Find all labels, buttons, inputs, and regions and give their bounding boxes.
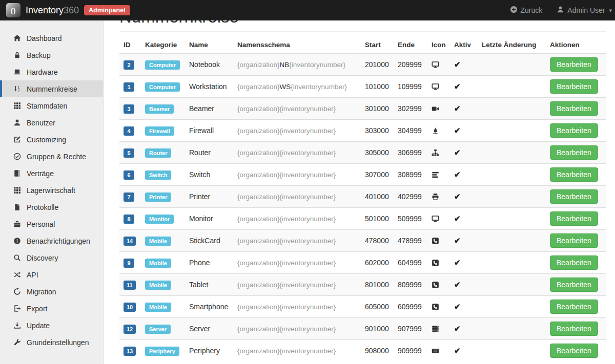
topbar: () Inventory360 Adminpanel Zurück Admin …: [0, 0, 615, 20]
row-schema: {organization}{inventorynumber}: [233, 230, 361, 252]
sidebar-item-nummernkreise[interactable]: 12Nummernkreise: [0, 80, 103, 97]
active-check-icon: ✔: [454, 346, 461, 355]
user-icon: [12, 119, 22, 126]
row-name: Beamer: [185, 98, 233, 120]
table-row: 10MobileSmartphone{organization}{invento…: [119, 296, 606, 318]
sidebar-item-grundeinstellungen[interactable]: Grundeinstellungen: [0, 334, 103, 351]
row-start: 201000: [361, 53, 394, 76]
category-badge: Monitor: [145, 215, 174, 224]
row-schema: {organization}{inventorynumber}: [233, 120, 361, 142]
edit-button[interactable]: Bearbeiten: [550, 189, 598, 204]
lock-icon: [12, 51, 22, 59]
edit-button[interactable]: Bearbeiten: [550, 211, 598, 226]
sidebar-item-update[interactable]: Update: [0, 317, 103, 334]
back-label: Zurück: [521, 6, 543, 14]
row-name: Server: [185, 318, 233, 340]
sidebar-item-label: Discovery: [27, 254, 58, 262]
sidebar-item-export[interactable]: Export: [0, 300, 103, 317]
sidebar-item-vertr-ge[interactable]: Verträge: [0, 165, 103, 182]
sidebar-item-dashboard[interactable]: Dashboard: [0, 30, 103, 47]
active-check-icon: ✔: [454, 280, 461, 289]
id-badge: 10: [124, 303, 136, 312]
home-icon: [12, 34, 22, 42]
row-last-change: [478, 76, 546, 98]
row-schema: {organization}{inventorynumber}: [233, 186, 361, 208]
row-schema: {organization}{inventorynumber}: [233, 208, 361, 230]
row-start: 605000: [361, 296, 394, 318]
edit-button[interactable]: Bearbeiten: [550, 233, 598, 248]
table-row: 2ComputerNotebook{organization}NB{invent…: [119, 53, 606, 76]
sidebar-item-api[interactable]: API: [0, 266, 103, 283]
edit-button[interactable]: Bearbeiten: [550, 322, 598, 336]
edit-button[interactable]: Bearbeiten: [550, 145, 598, 160]
adminpanel-badge: Adminpanel: [84, 5, 130, 15]
sidebar-item-stammdaten[interactable]: Stammdaten: [0, 97, 103, 114]
row-last-change: [478, 208, 546, 230]
sidebar-item-lagerwirtschaft[interactable]: Lagerwirtschaft: [0, 182, 103, 199]
sidebar-item-migration[interactable]: Migration: [0, 283, 103, 300]
sidebar-item-customizing[interactable]: Customizing: [0, 131, 103, 148]
row-last-change: [478, 53, 546, 76]
edit-button[interactable]: Bearbeiten: [550, 123, 598, 138]
sidebar-item-hardware[interactable]: Hardware: [0, 63, 103, 80]
row-end: 306999: [394, 142, 427, 164]
back-button[interactable]: Zurück: [510, 6, 543, 15]
row-end: 604999: [394, 252, 427, 274]
search-icon: [12, 254, 22, 262]
row-end: 478999: [394, 230, 427, 252]
brand[interactable]: Inventory360: [26, 5, 79, 16]
column-header-aktionen: Aktionen: [546, 37, 606, 53]
brand-suffix: 360: [64, 5, 79, 15]
edit-button[interactable]: Bearbeiten: [550, 277, 598, 292]
row-name: Workstation: [185, 76, 233, 98]
sidebar-item-label: Migration: [27, 288, 56, 296]
category-badge: Firewall: [145, 126, 174, 136]
table-row: 9MobilePhone{organization}{inventorynumb…: [119, 252, 606, 274]
topbar-right: Zurück Admin User ▾: [510, 6, 612, 15]
sidebar-item-protokolle[interactable]: Protokolle: [0, 199, 103, 216]
row-schema: {organization}WS{inventorynumber}: [233, 76, 361, 98]
row-schema: {organization}{inventorynumber}: [233, 318, 361, 340]
table-row: 12ServerServer{organization}{inventorynu…: [119, 318, 606, 340]
row-last-change: [478, 186, 546, 208]
phone-icon: [432, 281, 439, 289]
sidebar-item-benachrichtigungen[interactable]: Benachrichtigungen: [0, 232, 103, 249]
refresh-icon: [12, 288, 22, 295]
sidebar-item-benutzer[interactable]: Benutzer: [0, 114, 103, 131]
row-last-change: [478, 164, 546, 186]
sidebar-item-label: Customizing: [27, 136, 66, 144]
column-header-aktiv: Aktiv: [450, 37, 478, 53]
row-schema: {organization}{inventorynumber}: [233, 98, 361, 120]
category-badge: Mobile: [145, 237, 171, 246]
sidebar-item-backup[interactable]: Backup: [0, 47, 103, 63]
column-header-start: Start: [361, 37, 394, 53]
id-badge: 14: [124, 237, 136, 246]
id-badge: 11: [124, 281, 136, 290]
row-name: Smartphone: [185, 296, 233, 318]
row-name: Notebook: [185, 53, 233, 76]
edit-button[interactable]: Bearbeiten: [550, 344, 598, 358]
sidebar-item-gruppen-rechte[interactable]: Gruppen & Rechte: [0, 148, 103, 165]
brand-name: Inventory: [26, 5, 64, 15]
edit-button[interactable]: Bearbeiten: [550, 79, 598, 94]
id-badge: 2: [124, 60, 134, 70]
user-menu[interactable]: Admin User ▾: [557, 6, 612, 15]
active-check-icon: ✔: [454, 324, 461, 333]
svg-text:2: 2: [17, 89, 19, 93]
row-start: 901000: [361, 318, 394, 340]
edit-button[interactable]: Bearbeiten: [550, 101, 598, 116]
row-last-change: [478, 252, 546, 274]
row-start: 602000: [361, 252, 394, 274]
row-last-change: [478, 296, 546, 318]
sidebar-item-personal[interactable]: Personal: [0, 216, 103, 232]
edit-button[interactable]: Bearbeiten: [550, 299, 598, 314]
edit-button[interactable]: Bearbeiten: [550, 57, 598, 72]
row-start: 101000: [361, 76, 394, 98]
edit-button[interactable]: Bearbeiten: [550, 167, 598, 182]
row-start: 908000: [361, 340, 394, 362]
table-row: 14MobileStickCard{organization}{inventor…: [119, 230, 606, 252]
sidebar-item-discovery[interactable]: Discovery: [0, 249, 103, 266]
sidebar-item-label: Gruppen & Rechte: [27, 153, 86, 161]
edit-button[interactable]: Bearbeiten: [550, 255, 598, 270]
laptop-icon: [12, 68, 22, 76]
